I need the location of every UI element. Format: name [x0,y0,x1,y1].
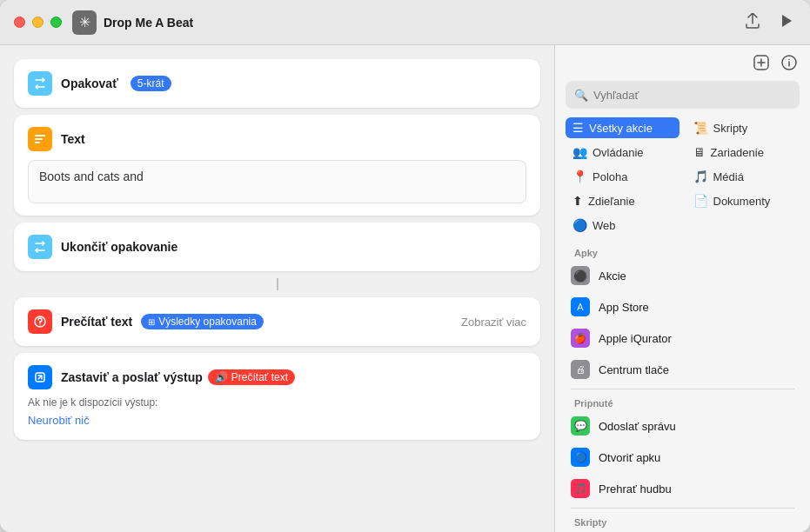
add-action-button[interactable] [753,54,770,76]
section-pripnute: Pripnuté [562,393,803,410]
centrum-icon: 🖨 [571,360,590,379]
main-content: Opakovať 5-krát Text Boots and [0,45,810,532]
list-item-centrum[interactable]: 🖨 Centrum tlače [562,354,803,385]
section-skripty: Skripty [562,512,803,529]
text-content[interactable]: Boots and cats and [28,160,526,203]
category-all[interactable]: ☰ Všetky akcie [566,117,679,138]
list-item-odoslat[interactable]: 💬 Odoslať správu [562,410,803,442]
stop-forward-card: Zastaviť a poslať výstup 🔊 Prečítať text… [14,353,540,440]
sharing-icon: ⬆ [572,194,583,208]
close-button[interactable] [14,17,25,28]
category-device[interactable]: 🖥 Zariadenie [686,142,800,163]
info-button[interactable] [780,54,798,76]
web-icon: 🔵 [572,218,587,232]
category-web[interactable]: 🔵 Web [566,215,679,236]
read-text-title: Prečítať text [61,315,132,329]
pinned-divider [571,389,794,389]
categories-grid: ☰ Všetky akcie 📜 Skripty 👥 Ovládanie 🖥 Z… [555,117,810,243]
left-panel: Opakovať 5-krát Text Boots and [0,45,555,532]
category-control[interactable]: 👥 Ovládanie [566,142,679,163]
stop-forward-header: Zastaviť a poslať výstup 🔊 Prečítať text [28,365,526,389]
right-panel: 🔍 ☰ Všetky akcie 📜 Skripty 👥 Ovládanie [555,45,810,532]
share-button[interactable] [742,10,763,36]
svg-point-8 [788,59,790,61]
action-list: Apky ⚫ Akcie A App Store 🍎 Apple iQurato… [555,243,810,532]
list-item-apple[interactable]: 🍎 Apple iQurator [562,323,803,354]
odoslat-icon: 💬 [571,416,590,436]
media-icon: 🎵 [693,170,708,183]
section-apky: Apky [562,243,803,260]
category-media[interactable]: 🎵 Médiá [686,166,800,187]
read-text-header: Prečítať text ⊞ Výsledky opakovania Zobr… [28,309,526,334]
repeat-header: Opakovať 5-krát [28,71,526,96]
end-repeat-header: Ukončiť opakovanie [28,235,526,259]
read-text-icon [28,309,52,334]
location-icon: 📍 [572,170,587,183]
read-text-left: Prečítať text ⊞ Výsledky opakovania [28,309,264,334]
end-repeat-icon [28,235,52,259]
svg-rect-2 [35,142,40,143]
otvorit-icon: 🔵 [571,448,590,467]
stop-read-badge-icon: 🔊 [215,371,228,383]
category-sharing[interactable]: ⬆ Zdieľanie [566,190,679,211]
window-title: Drop Me A Beat [104,16,193,30]
akcie-icon: ⚫ [571,266,590,285]
right-panel-header [555,45,810,81]
repeat-icon [28,71,52,96]
end-repeat-title: Ukončiť opakovanie [61,240,177,254]
repeat-badge[interactable]: 5-krát [131,76,171,91]
stop-forward-icon [28,365,52,389]
minimize-button[interactable] [32,17,44,28]
end-repeat-card: Ukončiť opakovanie [14,223,540,271]
list-item-otvorit[interactable]: 🔵 Otvoriť apku [562,442,803,473]
search-icon: 🔍 [574,89,588,102]
titlebar: ✳ Drop Me A Beat [0,0,810,45]
scripts-divider [571,508,794,509]
scripts-icon: 📜 [693,121,708,135]
fallback-label: Ak nie je k dispozícii výstup: [28,396,526,409]
app-icon: ✳ [72,10,97,35]
text-title: Text [61,132,85,146]
search-bar: 🔍 [566,81,800,109]
titlebar-actions [742,10,796,36]
show-more-label[interactable]: Zobraziť viac [461,316,526,329]
do-nothing-link[interactable]: Neurobiť nič [28,414,90,427]
search-input[interactable] [566,81,800,109]
svg-rect-1 [35,138,43,140]
stop-card-sub: Zastaviť a poslať výstup 🔊 Prečítať text [61,369,295,385]
category-location[interactable]: 📍 Poloha [566,166,679,187]
repeat-card: Opakovať 5-krát [14,59,540,108]
app-window: ✳ Drop Me A Beat [0,0,810,532]
control-icon: 👥 [572,145,587,159]
maximize-button[interactable] [50,17,62,28]
text-icon [28,127,52,151]
text-card: Text Boots and cats and [14,115,540,216]
device-icon: 🖥 [693,145,706,159]
category-documents[interactable]: 📄 Dokumenty [686,190,800,211]
stop-forward-title: Zastaviť a poslať výstup [61,370,203,384]
list-item-akcie[interactable]: ⚫ Akcie [562,260,803,291]
text-header: Text [28,127,526,151]
list-item-prehra[interactable]: 🎵 Prehrať hudbu [562,473,803,504]
divider [277,278,278,290]
read-text-badge[interactable]: ⊞ Výsledky opakovania [141,314,264,329]
stop-read-badge[interactable]: 🔊 Prečítať text [208,369,295,385]
documents-icon: 📄 [693,194,708,208]
svg-point-4 [39,324,40,325]
apple-icon: 🍎 [571,329,590,348]
all-icon: ☰ [572,121,584,135]
badge-grid-icon: ⊞ [148,317,155,327]
list-item-appstore[interactable]: A App Store [562,291,803,323]
category-scripts[interactable]: 📜 Skripty [686,117,800,138]
prehra-icon: 🎵 [571,479,590,498]
traffic-lights [14,17,62,28]
appstore-icon: A [571,297,590,316]
svg-rect-0 [35,135,45,136]
repeat-title: Opakovať [61,76,118,90]
read-text-card: Prečítať text ⊞ Výsledky opakovania Zobr… [14,297,540,346]
play-button[interactable] [777,10,796,35]
